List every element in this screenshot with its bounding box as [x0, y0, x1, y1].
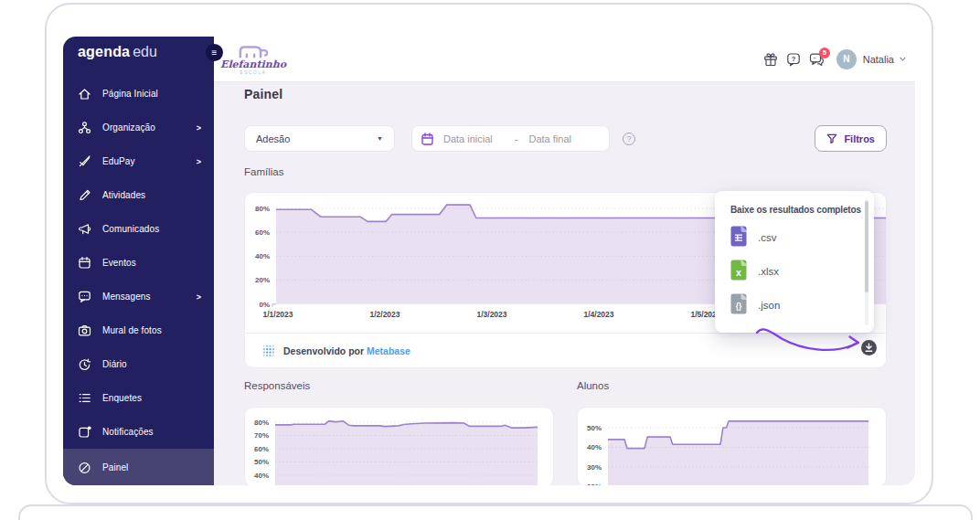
- topbar-actions: ? 5 N Natalia: [755, 49, 906, 69]
- app-logo-bold: agenda: [78, 44, 130, 59]
- download-option-json[interactable]: {}.json: [730, 289, 859, 322]
- gift-icon[interactable]: [763, 52, 778, 67]
- alunos-chart: 50%40%30%20%: [578, 408, 887, 485]
- metric-select[interactable]: Adesão ▼: [244, 125, 395, 152]
- download-option-label: .json: [758, 300, 780, 311]
- svg-text:x: x: [736, 266, 741, 277]
- svg-text:30%: 30%: [254, 484, 269, 485]
- metabase-logo-icon: [262, 345, 275, 357]
- sidebar-item-eventos[interactable]: Eventos: [63, 246, 214, 280]
- metric-select-value: Adesão: [256, 133, 290, 144]
- sidebar-item-mensagens[interactable]: Mensagens>: [63, 280, 214, 313]
- download-option-label: .csv: [758, 232, 776, 243]
- alunos-chart-card: 50%40%30%20%: [577, 407, 887, 485]
- download-popup: Baixe os resultados completos .csvx.xlsx…: [715, 191, 874, 333]
- sidebar-item-edupay[interactable]: EduPay>: [63, 144, 214, 178]
- sidebar-item-label: Diário: [102, 359, 127, 369]
- svg-text:60%: 60%: [254, 445, 269, 453]
- sidebar: agendaedu Página Inicial Organização> Ed…: [63, 37, 214, 485]
- events-icon: [78, 256, 91, 270]
- svg-text:1/1/2023: 1/1/2023: [262, 310, 293, 319]
- svg-text:20%: 20%: [587, 483, 602, 485]
- select-caret-icon: ▼: [377, 135, 383, 142]
- school-logo[interactable]: Elefantinho ESCOLA: [220, 45, 286, 76]
- date-end-placeholder: Data final: [528, 133, 570, 144]
- help-icon[interactable]: ?: [786, 52, 801, 67]
- popup-scrollbar[interactable]: [865, 199, 868, 325]
- responsaveis-column: Responsáveis 80%70%60%50%40%30%: [244, 368, 554, 485]
- svg-text:80%: 80%: [254, 419, 269, 427]
- sidebar-item-organiza-o[interactable]: Organização>: [63, 111, 214, 144]
- responsaveis-chart: 80%70%60%50%40%30%: [245, 408, 554, 485]
- download-option-csv[interactable]: .csv: [730, 221, 859, 254]
- edupay-icon: [78, 154, 91, 168]
- school-subtitle: ESCOLA: [240, 71, 266, 76]
- svg-text:40%: 40%: [254, 472, 269, 480]
- json-file-icon: {}: [730, 293, 747, 318]
- sidebar-item-painel[interactable]: Painel: [63, 449, 214, 485]
- sidebar-item-label: Enquetes: [102, 393, 142, 403]
- metabase-link[interactable]: Metabase: [367, 345, 410, 356]
- sidebar-item-enquetes[interactable]: Enquetes: [63, 381, 214, 415]
- announcements-icon: [78, 222, 91, 236]
- sidebar-item-di-rio[interactable]: Diário: [63, 347, 214, 381]
- sidebar-nav: Página Inicial Organização> EduPay> Ativ…: [63, 77, 214, 485]
- popup-scrollbar-thumb[interactable]: [865, 201, 868, 292]
- filter-help-icon[interactable]: ?: [623, 133, 635, 145]
- app-window: agendaedu Página Inicial Organização> Ed…: [63, 37, 915, 485]
- chat-icon[interactable]: 5: [809, 52, 824, 67]
- date-range-input[interactable]: Data inicial - Data final: [411, 125, 610, 152]
- svg-text:50%: 50%: [587, 424, 602, 432]
- annotation-arrow: [748, 322, 885, 366]
- sidebar-item-label: Mensagens: [102, 292, 151, 302]
- sidebar-item-mural-de-fotos[interactable]: Mural de fotos: [63, 313, 214, 347]
- svg-text:30%: 30%: [587, 463, 602, 472]
- svg-text:20%: 20%: [255, 276, 270, 284]
- svg-text:70%: 70%: [254, 431, 269, 440]
- dashboard-icon: [78, 461, 91, 474]
- elephant-icon: [239, 45, 269, 58]
- sidebar-item-label: Organização: [102, 122, 155, 133]
- section-label-familias: Famílias: [244, 166, 887, 177]
- filters-button-label: Filtros: [844, 133, 875, 144]
- main-column: Elefantinho ESCOLA ?: [214, 37, 915, 485]
- svg-text:50%: 50%: [254, 458, 269, 466]
- svg-text:40%: 40%: [587, 443, 602, 451]
- app-logo-light: edu: [133, 44, 157, 59]
- download-option-label: .xlsx: [758, 266, 779, 277]
- svg-text:?: ?: [791, 54, 795, 62]
- download-popup-title: Baixe os resultados completos: [730, 205, 859, 215]
- polls-icon: [78, 391, 91, 405]
- chat-badge: 5: [819, 48, 830, 58]
- avatar[interactable]: N: [836, 49, 857, 69]
- sidebar-item-label: Atividades: [102, 190, 145, 200]
- charts-row: Responsáveis 80%70%60%50%40%30% Alunos 5…: [244, 368, 887, 485]
- chevron-down-icon[interactable]: [900, 57, 906, 61]
- notifications-icon: [78, 425, 91, 439]
- sidebar-item-p-gina-inicial[interactable]: Página Inicial: [63, 77, 214, 111]
- download-option-xlsx[interactable]: x.xlsx: [730, 255, 859, 288]
- sidebar-item-label: Mural de fotos: [102, 325, 162, 335]
- svg-text:40%: 40%: [255, 252, 270, 260]
- csv-file-icon: [730, 226, 747, 250]
- section-label-responsaveis: Responsáveis: [244, 380, 554, 391]
- sidebar-toggle-button[interactable]: ≡: [206, 44, 223, 61]
- filters-button[interactable]: Filtros: [815, 125, 887, 152]
- svg-text:80%: 80%: [255, 205, 270, 213]
- svg-text:1/2/2023: 1/2/2023: [369, 310, 399, 319]
- activities-icon: [78, 188, 91, 202]
- sidebar-item-comunicados[interactable]: Comunicados: [63, 212, 214, 246]
- responsaveis-chart-card: 80%70%60%50%40%30%: [244, 407, 554, 485]
- user-name: Natalia: [863, 54, 894, 65]
- organization-icon: [78, 121, 91, 134]
- xlsx-file-icon: x: [730, 260, 747, 284]
- sidebar-item-label: EduPay: [102, 156, 135, 166]
- sidebar-item-notifica-es[interactable]: Notificações: [63, 415, 214, 449]
- background-frame: [18, 504, 973, 520]
- diary-icon: [78, 357, 91, 371]
- sidebar-item-label: Notificações: [102, 427, 154, 437]
- content: Painel Adesão ▼ Data inicial - Data fina…: [214, 82, 915, 485]
- sidebar-item-atividades[interactable]: Atividades: [63, 178, 214, 212]
- svg-text:{}: {}: [736, 301, 742, 310]
- topbar: Elefantinho ESCOLA ?: [214, 37, 915, 82]
